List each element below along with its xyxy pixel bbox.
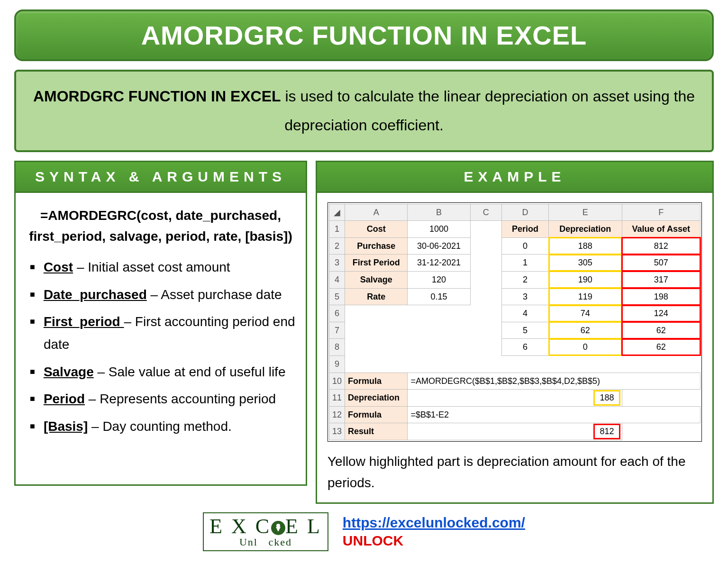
- cell: 4: [501, 305, 548, 322]
- spreadsheet: ◢ A B C D E F 1 Cost 1000 Period: [328, 202, 702, 442]
- arg-desc: – Initial asset cost amount: [73, 260, 230, 274]
- cell: [345, 322, 408, 339]
- cell: 305: [549, 255, 622, 272]
- cell: [470, 255, 501, 272]
- col-header: B: [408, 204, 470, 221]
- cell: [622, 390, 700, 407]
- cell: 62: [622, 339, 700, 356]
- cell: [622, 423, 700, 440]
- cell: 1000: [408, 221, 470, 238]
- table-row: 11 Depreciation 188: [329, 390, 701, 407]
- example-body: ◢ A B C D E F 1 Cost 1000 Period: [316, 193, 714, 504]
- cell: 6: [501, 339, 548, 356]
- row-header: 13: [329, 423, 345, 440]
- table-row: 4 Salvage 120 2 190 317: [329, 271, 701, 288]
- table-row: 10 Formula =AMORDEGRC($B$1,$B$2,$B$3,$B$…: [329, 373, 701, 390]
- cell: 1: [501, 255, 548, 272]
- table-row: 9: [329, 355, 701, 373]
- cell: [470, 237, 501, 255]
- syntax-header: SYNTAX & ARGUMENTS: [14, 161, 307, 193]
- arg-desc: – Sale value at end of useful life: [94, 364, 286, 379]
- cell: 120: [408, 271, 470, 288]
- cell: [470, 271, 501, 288]
- bullet-icon: ■: [30, 314, 35, 329]
- cell: 124: [622, 305, 700, 322]
- row-header: 1: [329, 221, 345, 238]
- bullet-icon: ■: [30, 419, 35, 434]
- cell: [408, 322, 470, 339]
- footer-links: https://excelunlocked.com/ UNLOCK: [343, 515, 525, 549]
- cell: Formula: [345, 373, 408, 390]
- col-header: F: [622, 204, 700, 221]
- cell: Rate: [345, 288, 408, 305]
- cell: 0.15: [408, 288, 470, 305]
- arg-term: Date_purchased: [44, 287, 147, 302]
- cell: Purchase: [345, 237, 408, 255]
- row-header: 7: [329, 322, 345, 339]
- cell: 0: [501, 237, 548, 255]
- cell: 5: [501, 322, 548, 339]
- cell: Salvage: [345, 271, 408, 288]
- cell: 119: [549, 288, 622, 305]
- cell: Value of Asset: [622, 221, 700, 238]
- bullet-icon: ■: [30, 287, 35, 302]
- arg-desc: – Day counting method.: [88, 419, 232, 434]
- cell: =AMORDEGRC($B$1,$B$2,$B$3,$B$4,D2,$B$5): [408, 373, 701, 390]
- table-row: 7 5 62 62: [329, 322, 701, 339]
- arg-desc: – Asset purchase date: [147, 287, 282, 302]
- col-header: C: [470, 204, 501, 221]
- corner-cell: ◢: [329, 204, 345, 221]
- sheet-table: ◢ A B C D E F 1 Cost 1000 Period: [329, 204, 701, 440]
- col-header: D: [501, 204, 548, 221]
- list-item: ■[Basis] – Day counting method.: [30, 415, 295, 438]
- col-header: A: [345, 204, 408, 221]
- example-header: EXAMPLE: [316, 161, 714, 193]
- row-header: 11: [329, 390, 345, 407]
- list-item: ■Period – Represents accounting period: [30, 388, 295, 410]
- table-row: 8 6 0 62: [329, 339, 701, 356]
- website-link[interactable]: https://excelunlocked.com/: [343, 515, 525, 530]
- cell: 62: [549, 322, 622, 339]
- table-row: 1 Cost 1000 Period Depreciation Value of…: [329, 221, 701, 238]
- row-header: 9: [329, 355, 345, 373]
- col-header: E: [549, 204, 622, 221]
- cell: 198: [622, 288, 700, 305]
- cell: 317: [622, 271, 700, 288]
- cell: [470, 339, 501, 356]
- cell: [470, 221, 501, 238]
- row-header: 10: [329, 373, 345, 390]
- cell: 31-12-2021: [408, 255, 470, 272]
- cell: 188: [408, 390, 622, 407]
- cell: 30-06-2021: [408, 237, 470, 255]
- arg-term: [Basis]: [44, 419, 88, 434]
- cell: Period: [501, 221, 548, 238]
- arg-term: Salvage: [44, 364, 94, 379]
- cell: [470, 288, 501, 305]
- syntax-formula: =AMORDEGRC(cost, date_purchased, first_p…: [26, 202, 295, 256]
- footer: E X CE L Unl cked https://excelunlocked.…: [14, 512, 714, 551]
- cell: 62: [622, 322, 700, 339]
- syntax-section: SYNTAX & ARGUMENTS =AMORDEGRC(cost, date…: [14, 161, 307, 504]
- logo-line2: Unl cked: [209, 537, 322, 547]
- row-header: 3: [329, 255, 345, 272]
- cell: [408, 305, 470, 322]
- example-section: EXAMPLE ◢ A B C D E F: [316, 161, 714, 504]
- table-row: 3 First Period 31-12-2021 1 305 507: [329, 255, 701, 272]
- logo: E X CE L Unl cked: [203, 512, 328, 551]
- columns: SYNTAX & ARGUMENTS =AMORDEGRC(cost, date…: [14, 161, 714, 504]
- list-item: ■First_period – First accounting period …: [30, 310, 295, 355]
- row-header: 6: [329, 305, 345, 322]
- arg-term: Cost: [44, 260, 73, 274]
- example-note: Yellow highlighted part is depreciation …: [328, 451, 702, 494]
- list-item: ■Salvage – Sale value at end of useful l…: [30, 361, 295, 383]
- arg-term: Period: [44, 391, 85, 406]
- cell: Cost: [345, 221, 408, 238]
- logo-line1: E X CE L: [209, 516, 322, 537]
- cell: 0: [549, 339, 622, 356]
- cell: 507: [622, 255, 700, 272]
- result-value: 812: [594, 424, 619, 439]
- cell: 812: [408, 423, 622, 440]
- cell: First Period: [345, 255, 408, 272]
- bullet-icon: ■: [30, 364, 35, 379]
- cell: Result: [345, 423, 408, 440]
